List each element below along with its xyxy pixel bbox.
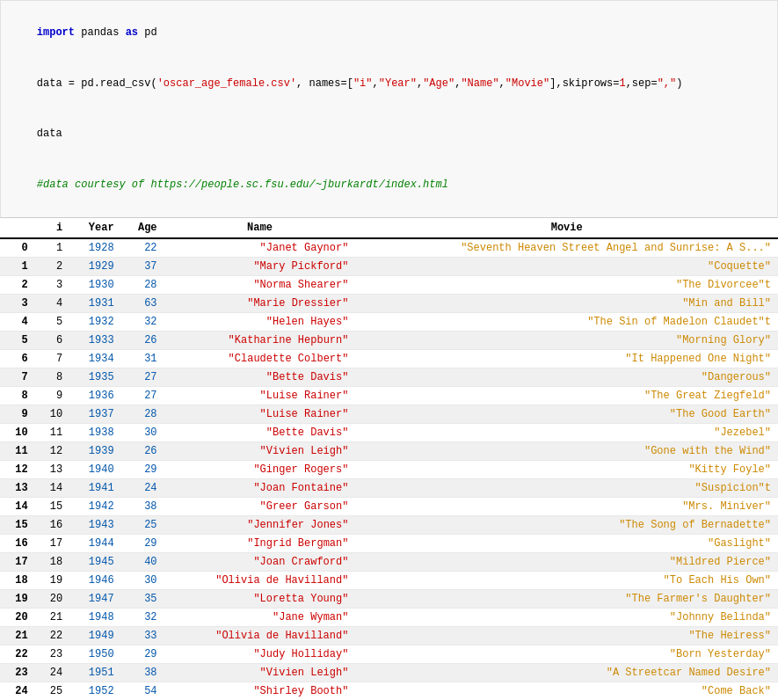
cell-i: 25 [35, 682, 70, 700]
cell-age: 63 [121, 295, 164, 313]
table-row: 7 8 1935 27 "Bette Davis" "Dangerous" [0, 368, 778, 387]
cell-index: 3 [0, 295, 35, 313]
cell-movie: "Mrs. Miniver" [355, 498, 778, 516]
cell-year: 1929 [69, 258, 120, 276]
table-row: 1 2 1929 37 "Mary Pickford" "Coquette" [0, 258, 778, 276]
cell-i: 13 [35, 461, 70, 479]
cell-movie: "The Sin of Madelon Claudet"t [355, 313, 778, 332]
col-header-age: Age [121, 218, 164, 238]
cell-year: 1934 [69, 350, 120, 368]
cell-movie: "Suspicion"t [355, 479, 778, 498]
cell-year: 1935 [69, 368, 120, 387]
cell-i: 15 [35, 498, 70, 516]
cell-i: 10 [35, 405, 70, 424]
cell-age: 28 [121, 276, 164, 295]
cell-year: 1945 [69, 553, 120, 572]
cell-index: 12 [0, 461, 35, 479]
cell-name: "Bette Davis" [164, 424, 356, 442]
cell-index: 0 [0, 238, 35, 258]
cell-name: "Jennifer Jones" [164, 516, 356, 535]
cell-year: 1952 [69, 682, 120, 700]
cell-year: 1948 [69, 609, 120, 627]
cell-name: "Olivia de Havilland" [164, 572, 356, 590]
cell-movie: "Gone with the Wind" [355, 442, 778, 461]
table-header-row: i Year Age Name Movie [0, 218, 778, 238]
cell-i: 7 [35, 350, 70, 368]
cell-name: "Marie Dressier" [164, 295, 356, 313]
cell-year: 1949 [69, 627, 120, 645]
code-line-1: import pandas as pd [11, 8, 767, 59]
cell-age: 38 [121, 664, 164, 682]
table-row: 18 19 1946 30 "Olivia de Havilland" "To … [0, 572, 778, 590]
table-row: 22 23 1950 29 "Judy Holliday" "Born Yest… [0, 645, 778, 664]
cell-index: 8 [0, 387, 35, 405]
cell-year: 1930 [69, 276, 120, 295]
cell-index: 21 [0, 627, 35, 645]
code-line-3: data [11, 109, 767, 160]
cell-movie: "Morning Glory" [355, 332, 778, 350]
cell-index: 10 [0, 424, 35, 442]
cell-name: "Ingrid Bergman" [164, 535, 356, 553]
col-header-year: Year [69, 218, 120, 238]
col-header-movie: Movie [355, 218, 778, 238]
cell-index: 5 [0, 332, 35, 350]
cell-age: 27 [121, 368, 164, 387]
cell-i: 21 [35, 609, 70, 627]
cell-movie: "To Each His Own" [355, 572, 778, 590]
cell-index: 23 [0, 664, 35, 682]
table-row: 24 25 1952 54 "Shirley Booth" "Come Back… [0, 682, 778, 700]
cell-year: 1933 [69, 332, 120, 350]
table-row: 16 17 1944 29 "Ingrid Bergman" "Gaslight… [0, 535, 778, 553]
cell-movie: "Mildred Pierce" [355, 553, 778, 572]
cell-movie: "Seventh Heaven Street Angel and Sunrise… [355, 238, 778, 258]
cell-movie: "Come Back" [355, 682, 778, 700]
cell-age: 29 [121, 645, 164, 664]
cell-index: 2 [0, 276, 35, 295]
cell-movie: "The Heiress" [355, 627, 778, 645]
table-row: 5 6 1933 26 "Katharine Hepburn" "Morning… [0, 332, 778, 350]
cell-movie: "Coquette" [355, 258, 778, 276]
table-row: 14 15 1942 38 "Greer Garson" "Mrs. Miniv… [0, 498, 778, 516]
cell-index: 15 [0, 516, 35, 535]
cell-name: "Mary Pickford" [164, 258, 356, 276]
col-header-index [0, 218, 35, 238]
cell-name: "Luise Rainer" [164, 405, 356, 424]
cell-name: "Jane Wyman" [164, 609, 356, 627]
cell-movie: "Johnny Belinda" [355, 609, 778, 627]
cell-name: "Joan Crawford" [164, 553, 356, 572]
table-row: 17 18 1945 40 "Joan Crawford" "Mildred P… [0, 553, 778, 572]
cell-year: 1938 [69, 424, 120, 442]
cell-index: 11 [0, 442, 35, 461]
cell-name: "Olivia de Havilland" [164, 627, 356, 645]
code-line-4: #data courtesy of https://people.sc.fsu.… [11, 160, 767, 211]
table-row: 13 14 1941 24 "Joan Fontaine" "Suspicion… [0, 479, 778, 498]
cell-year: 1928 [69, 238, 120, 258]
cell-i: 18 [35, 553, 70, 572]
cell-index: 20 [0, 609, 35, 627]
cell-movie: "The Divorcee"t [355, 276, 778, 295]
table-row: 15 16 1943 25 "Jennifer Jones" "The Song… [0, 516, 778, 535]
cell-year: 1946 [69, 572, 120, 590]
cell-i: 24 [35, 664, 70, 682]
cell-name: "Helen Hayes" [164, 313, 356, 332]
cell-year: 1941 [69, 479, 120, 498]
cell-i: 22 [35, 627, 70, 645]
cell-name: "Katharine Hepburn" [164, 332, 356, 350]
cell-year: 1950 [69, 645, 120, 664]
table-row: 23 24 1951 38 "Vivien Leigh" "A Streetca… [0, 664, 778, 682]
cell-movie: "Born Yesterday" [355, 645, 778, 664]
cell-index: 9 [0, 405, 35, 424]
cell-name: "Shirley Booth" [164, 682, 356, 700]
cell-name: "Greer Garson" [164, 498, 356, 516]
cell-name: "Joan Fontaine" [164, 479, 356, 498]
table-row: 0 1 1928 22 "Janet Gaynor" "Seventh Heav… [0, 238, 778, 258]
cell-movie: "Jezebel" [355, 424, 778, 442]
cell-i: 2 [35, 258, 70, 276]
cell-name: "Bette Davis" [164, 368, 356, 387]
table-row: 12 13 1940 29 "Ginger Rogers" "Kitty Foy… [0, 461, 778, 479]
cell-i: 14 [35, 479, 70, 498]
cell-age: 22 [121, 238, 164, 258]
cell-movie: "The Good Earth" [355, 405, 778, 424]
cell-index: 7 [0, 368, 35, 387]
cell-age: 28 [121, 405, 164, 424]
